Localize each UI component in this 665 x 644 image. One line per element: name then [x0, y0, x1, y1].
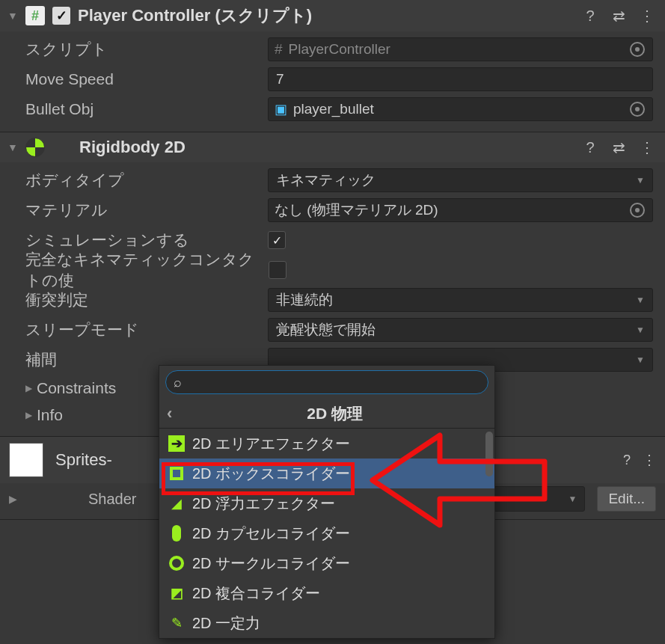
- component-title: Rigidbody 2D: [52, 138, 572, 157]
- label-collision: 衝突判定: [21, 289, 268, 310]
- hash-icon: #: [275, 41, 283, 58]
- full-kinematic-checkbox[interactable]: [269, 261, 286, 279]
- help-icon[interactable]: ?: [623, 453, 631, 468]
- annotation-arrow: [358, 420, 567, 540]
- object-picker-icon[interactable]: [630, 42, 645, 57]
- foldout-icon[interactable]: ▼: [7, 10, 18, 22]
- label-script: スクリプト: [21, 39, 268, 60]
- component-header[interactable]: ▼ # ✓ Player Controller (スクリプト) ? ⇄ ⋮: [0, 0, 665, 31]
- script-value: PlayerController: [289, 41, 390, 58]
- material-thumbnail: [9, 443, 43, 477]
- kebab-icon[interactable]: ⋮: [637, 137, 658, 158]
- label-move-speed: Move Speed: [21, 70, 268, 88]
- capsule-icon: [168, 525, 185, 542]
- svg-marker-0: [373, 435, 545, 525]
- collision-select[interactable]: 非連続的▼: [268, 288, 653, 312]
- back-icon[interactable]: ‹: [167, 404, 172, 423]
- label-simulated: シミュレーションする: [21, 230, 268, 251]
- force-icon: ✎: [168, 615, 185, 631]
- search-icon: ⌕: [174, 375, 182, 390]
- help-icon[interactable]: ?: [580, 5, 601, 26]
- foldout-icon[interactable]: ▼: [7, 141, 18, 153]
- rigidbody-icon: [25, 138, 45, 157]
- popup-search-input[interactable]: [186, 375, 480, 390]
- label-material: マテリアル: [21, 200, 268, 221]
- bullet-obj-field[interactable]: ▣ player_bullet: [268, 97, 653, 121]
- simulated-checkbox[interactable]: ✓: [268, 231, 286, 249]
- row-bullet-obj: Bullet Obj ▣ player_bullet: [21, 94, 661, 124]
- label-full-kinematic: 完全なキネマティックコンタクトの使: [21, 249, 269, 291]
- component-header[interactable]: ▼ Rigidbody 2D ? ⇄ ⋮: [0, 132, 665, 162]
- composite-icon: ◩: [168, 585, 185, 601]
- chevron-down-icon: ▼: [636, 175, 645, 185]
- preset-icon[interactable]: ⇄: [608, 137, 629, 158]
- kebab-icon[interactable]: ⋮: [637, 5, 658, 26]
- label-body-type: ボディタイプ: [21, 170, 268, 191]
- chevron-down-icon: ▼: [569, 494, 577, 504]
- popup-search[interactable]: ⌕: [165, 370, 488, 394]
- help-icon[interactable]: ?: [580, 137, 601, 158]
- arrow-icon: ➔: [168, 435, 185, 452]
- popup-item-constant-force[interactable]: ✎ 2D 一定力: [159, 608, 494, 638]
- chevron-down-icon: ▼: [636, 295, 645, 305]
- object-picker-icon[interactable]: [630, 203, 645, 218]
- foldout-icon[interactable]: ▶: [9, 493, 19, 505]
- enable-checkbox[interactable]: ✓: [52, 7, 70, 25]
- sleep-select[interactable]: 覚醒状態で開始▼: [268, 318, 653, 342]
- component-title: Player Controller (スクリプト): [78, 4, 572, 27]
- label-sleep: スリープモード: [21, 319, 268, 340]
- edit-button[interactable]: Edit...: [597, 486, 656, 512]
- object-picker-icon[interactable]: [630, 102, 645, 117]
- script-icon: #: [25, 6, 45, 25]
- buoy-icon: ◢: [168, 495, 185, 512]
- component-player-controller: ▼ # ✓ Player Controller (スクリプト) ? ⇄ ⋮ スク…: [0, 0, 665, 132]
- chevron-down-icon: ▼: [636, 355, 645, 365]
- bullet-obj-value: player_bullet: [293, 101, 374, 117]
- popup-item-circle-collider[interactable]: 2D サークルコライダー: [159, 548, 494, 578]
- label-shader: Shader: [88, 491, 147, 508]
- circle-icon: [168, 555, 185, 571]
- material-field[interactable]: なし (物理マテリアル 2D): [268, 198, 653, 222]
- script-field[interactable]: # PlayerController: [268, 37, 653, 61]
- triangle-right-icon: ▶: [25, 410, 32, 420]
- prefab-icon: ▣: [275, 101, 287, 117]
- kebab-icon[interactable]: ⋮: [643, 452, 656, 468]
- move-speed-input[interactable]: 7: [268, 67, 653, 91]
- chevron-down-icon: ▼: [636, 325, 645, 335]
- popup-item-composite-collider[interactable]: ◩ 2D 複合コライダー: [159, 578, 494, 608]
- box-icon: [168, 465, 185, 482]
- row-script: スクリプト # PlayerController: [21, 34, 661, 64]
- label-bullet-obj: Bullet Obj: [21, 100, 268, 118]
- row-move-speed: Move Speed 7: [21, 64, 661, 94]
- body-type-select[interactable]: キネマティック▼: [268, 168, 653, 192]
- triangle-right-icon: ▶: [25, 383, 32, 393]
- preset-icon[interactable]: ⇄: [608, 5, 629, 26]
